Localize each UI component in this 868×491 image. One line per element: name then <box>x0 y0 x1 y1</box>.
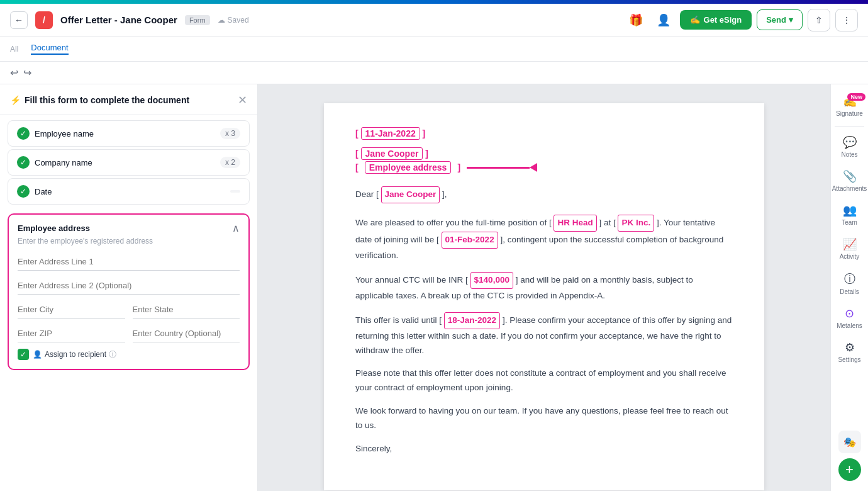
date-label: Date <box>35 187 52 196</box>
doc-company: PK Inc. <box>618 215 654 232</box>
company-name-label: Company name <box>35 158 92 167</box>
doc-recipient-line: [ Jane Cooper ] <box>355 149 733 159</box>
doc-validity-paragraph: This offer is valid until [ 18-Jan-2022 … <box>355 312 733 358</box>
doc-dear-name: Jane Cooper <box>381 186 440 203</box>
assign-label: 👤 Assign to recipient ⓘ <box>33 349 116 360</box>
sub-header: All Document <box>0 37 868 62</box>
document-title: Offer Letter - Jane Cooper <box>60 14 177 25</box>
form-item-employee-name[interactable]: ✓ Employee name x 3 <box>8 120 250 147</box>
more-icon: ⋮ <box>842 15 851 25</box>
more-options-button[interactable]: ⋮ <box>835 9 858 31</box>
send-button[interactable]: Send ▾ <box>757 9 803 30</box>
form-panel-header: ⚡ Fill this form to complete the documen… <box>0 84 257 115</box>
document-page: [ 11-Jan-2022 ] [ Jane Cooper ] [ Employ… <box>324 103 764 490</box>
activity-icon: 📈 <box>843 237 857 251</box>
header-actions: 🎁 👤 ✍ Get eSign Send ▾ ⇧ ⋮ <box>625 9 858 31</box>
notes-icon: 💬 <box>843 135 857 149</box>
close-form-button[interactable]: ✕ <box>238 93 247 107</box>
doc-ctc-amount: $140,000 <box>470 272 513 289</box>
employee-name-count: x 3 <box>220 128 240 139</box>
metalens-icon: ⊙ <box>845 307 854 320</box>
gift-button[interactable]: 🎁 <box>625 9 647 31</box>
person-icon: 👤 <box>33 350 42 359</box>
user-add-button[interactable]: 👤 <box>652 9 675 31</box>
doc-note-paragraph: Please note that this offer letter does … <box>355 366 733 395</box>
esign-icon: ✍ <box>690 15 700 25</box>
state-input[interactable] <box>133 301 240 319</box>
address-section-title: Employee address <box>18 223 90 233</box>
share-icon: ⇧ <box>815 15 823 25</box>
assign-checkbox[interactable]: ✓ <box>18 349 29 360</box>
doc-recipient-name: Jane Cooper <box>361 147 423 160</box>
toolbar: ↩ ↪ <box>0 62 868 84</box>
employee-address-section: Employee address ∧ Enter the employee's … <box>8 213 250 370</box>
company-name-count: x 2 <box>220 157 240 168</box>
add-button[interactable]: + <box>838 458 861 481</box>
sidebar-item-notes[interactable]: 💬 Notes <box>831 130 868 163</box>
address-line2-input[interactable] <box>18 277 240 295</box>
back-icon: ← <box>14 15 23 25</box>
notes-label: Notes <box>841 151 857 158</box>
settings-label: Settings <box>838 356 860 363</box>
sidebar-item-activity[interactable]: 📈 Activity <box>831 232 868 265</box>
attachments-icon: 📎 <box>843 169 857 183</box>
sidebar-item-attachments[interactable]: 📎 Attachments <box>831 164 868 197</box>
doc-address-line: [ Employee address ] <box>355 161 733 174</box>
employee-name-label: Employee name <box>35 129 94 138</box>
check-icon-date: ✓ <box>17 185 30 198</box>
address-section-subtitle: Enter the employee's registered address <box>18 237 240 246</box>
form-badge: Form <box>185 15 210 25</box>
doc-signoff: Sincerely, <box>355 442 733 456</box>
zip-input[interactable] <box>18 325 125 342</box>
header-logo: / <box>35 11 53 29</box>
doc-closing-paragraph: We look forward to having you on our tea… <box>355 404 733 433</box>
lightning-icon: ⚡ <box>10 95 21 105</box>
sidebar-item-metalens[interactable]: ⊙ Metalens <box>831 302 868 334</box>
attachments-label: Attachments <box>832 185 867 192</box>
cloud-icon: ☁ <box>218 16 225 25</box>
collapse-address-button[interactable]: ∧ <box>232 222 240 234</box>
doc-validity-date: 18-Jan-2022 <box>444 312 500 329</box>
info-icon: ⓘ <box>109 349 116 360</box>
doc-date-value: 11-Jan-2022 <box>361 127 420 140</box>
sidebar-item-settings[interactable]: ⚙ Settings <box>831 336 868 368</box>
team-label: Team <box>842 219 857 226</box>
mask-button[interactable]: 🎭 <box>838 431 861 453</box>
sidebar-item-details[interactable]: ⓘ Details <box>831 266 868 300</box>
main-layout: ⚡ Fill this form to complete the documen… <box>0 84 868 491</box>
date-count <box>230 190 240 193</box>
doc-joining-date: 01-Feb-2022 <box>442 232 498 249</box>
form-item-date[interactable]: ✓ Date <box>8 178 250 205</box>
send-dropdown-icon: ▾ <box>789 15 793 25</box>
form-panel-title: Fill this form to complete the document <box>25 95 189 105</box>
details-icon: ⓘ <box>844 271 855 286</box>
country-input[interactable] <box>133 325 240 342</box>
signature-label: Signature <box>836 110 863 117</box>
document-area: [ 11-Jan-2022 ] [ Jane Cooper ] [ Employ… <box>258 84 830 491</box>
share-button[interactable]: ⇧ <box>808 9 830 31</box>
doc-position: HR Head <box>554 215 596 232</box>
tab-document[interactable]: Document <box>31 43 68 55</box>
sidebar-item-signature[interactable]: New ✍ Signature <box>831 89 868 122</box>
activity-label: Activity <box>840 253 860 260</box>
right-sidebar: New ✍ Signature 💬 Notes 📎 Attachments 👥 … <box>830 84 868 491</box>
doc-address-label: Employee address <box>365 161 452 174</box>
header: ← / Offer Letter - Jane Cooper Form ☁ Sa… <box>0 4 868 37</box>
breadcrumb-all: All <box>10 45 18 54</box>
doc-date-line: [ 11-Jan-2022 ] <box>355 128 733 138</box>
address-line1-input[interactable] <box>18 253 240 271</box>
city-input[interactable] <box>18 301 125 319</box>
team-icon: 👥 <box>843 203 857 217</box>
back-button[interactable]: ← <box>10 11 28 29</box>
details-label: Details <box>840 288 859 295</box>
form-item-company-name[interactable]: ✓ Company name x 2 <box>8 149 250 176</box>
metalens-label: Metalens <box>837 322 862 329</box>
mask-icon: 🎭 <box>843 436 856 448</box>
undo-button[interactable]: ↩ <box>10 67 18 79</box>
check-icon-employee-name: ✓ <box>17 127 30 140</box>
new-badge: New <box>847 93 865 101</box>
redo-button[interactable]: ↪ <box>23 67 31 79</box>
get-esign-button[interactable]: ✍ Get eSign <box>680 10 752 30</box>
sidebar-item-team[interactable]: 👥 Team <box>831 198 868 231</box>
assign-recipient-row: ✓ 👤 Assign to recipient ⓘ <box>18 349 240 360</box>
